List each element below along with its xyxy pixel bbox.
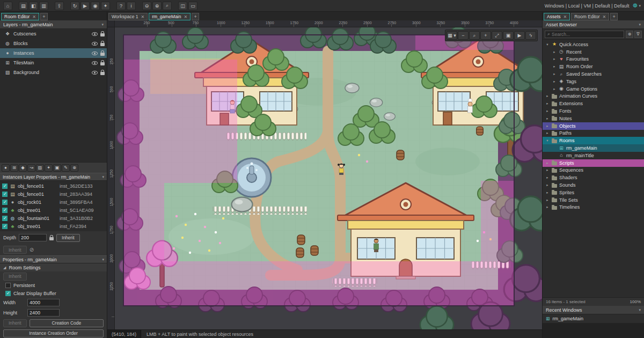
instance-row[interactable]: obj_fence01 inst_362DE133 <box>0 182 107 190</box>
effects-toggle-button[interactable]: ϟ <box>525 31 536 40</box>
delete-layer-button[interactable]: ⊗ <box>70 164 78 172</box>
room-height-input[interactable] <box>27 309 60 317</box>
new-workspace-button[interactable]: + <box>192 13 199 20</box>
instance-checkbox[interactable] <box>2 192 8 197</box>
expander-icon[interactable] <box>552 87 557 91</box>
panel-tab[interactable]: Assets ✕ <box>544 13 570 20</box>
import-project-button[interactable]: ⇪ <box>55 2 64 10</box>
asset-browser-dropdown[interactable]: Asset Browser ▾ <box>543 20 644 29</box>
zoom-reset-button[interactable]: ⌕ <box>163 2 172 10</box>
lock-icon[interactable] <box>49 237 54 240</box>
layer-inherit-button[interactable]: Inherit <box>3 246 27 254</box>
close-icon[interactable]: ✕ <box>32 14 36 19</box>
add-filter-button[interactable]: ⊕ <box>626 31 633 38</box>
layers-dropdown[interactable]: Layers - rm_gameMain ▾ <box>0 20 107 29</box>
creation-code-button[interactable]: Creation Code <box>30 319 104 327</box>
close-icon[interactable]: ✕ <box>564 14 567 19</box>
settings-inherit-button[interactable]: Inherit <box>3 273 27 281</box>
room-inherit-button[interactable]: Inherit <box>3 319 27 327</box>
asset-tree-item[interactable]: Sprites <box>543 189 644 196</box>
grid-options-button[interactable]: ▦ ▾ <box>447 31 457 40</box>
visibility-eye-icon[interactable] <box>92 32 98 36</box>
asset-tree-item[interactable]: Timelines <box>543 204 644 211</box>
asset-tree-item[interactable]: Fonts <box>543 107 644 115</box>
asset-tree-item[interactable]: Extensions <box>543 100 644 107</box>
new-project-button[interactable]: ▤ <box>19 2 28 10</box>
fit-canvas-button[interactable]: ⤢ <box>492 31 502 40</box>
expander-icon[interactable] <box>545 190 550 195</box>
expander-icon[interactable] <box>552 79 557 84</box>
panel-tab[interactable]: Room Editor ✕ <box>571 13 609 20</box>
expander-icon[interactable] <box>545 198 550 202</box>
Blocks-button[interactable]: ◍ Blocks <box>0 39 107 48</box>
expander-icon[interactable] <box>552 64 557 69</box>
asset-tree-item[interactable]: Favourites <box>543 56 644 63</box>
asset-tree-item[interactable]: rm_gameMain <box>543 144 644 152</box>
visibility-eye-icon[interactable] <box>92 71 98 75</box>
new-effect-layer-button[interactable]: ✦ <box>45 164 53 172</box>
instance-row[interactable]: obj_fence01 inst_283AA394 <box>0 190 107 198</box>
target-settings[interactable]: ☸ ▾ <box>633 2 641 9</box>
close-icon[interactable]: ✕ <box>602 14 606 19</box>
asset-tree-item[interactable]: rm_mainTitle <box>543 152 644 159</box>
lock-icon[interactable] <box>100 72 105 75</box>
home-button[interactable]: ⌂ <box>3 2 12 10</box>
close-icon[interactable]: ✕ <box>141 14 144 19</box>
recent-window-item[interactable]: ⊞ rm_gameMain <box>543 314 644 323</box>
run-button[interactable]: ▶ <box>80 2 90 10</box>
zoom-out-button[interactable]: ⊖ <box>142 2 151 10</box>
lock-icon[interactable] <box>100 53 105 56</box>
asset-tree-item[interactable]: Objects <box>543 122 644 130</box>
lock-icon[interactable] <box>100 43 105 46</box>
asset-tree-item[interactable]: Sounds <box>543 181 644 189</box>
instance-checkbox[interactable] <box>2 216 8 221</box>
preview-mode-button[interactable]: ▣ <box>503 31 514 40</box>
new-instance-layer-button[interactable]: ● <box>2 164 10 172</box>
expander-icon[interactable] <box>552 57 557 61</box>
TilesMain-button[interactable]: ⊞ TilesMain <box>0 58 107 68</box>
expander-icon[interactable] <box>545 101 550 106</box>
expander-icon[interactable] <box>545 94 550 98</box>
expander-icon[interactable] <box>545 205 550 209</box>
asset-tree-item[interactable]: Saved Searches <box>543 70 644 78</box>
lock-icon[interactable] <box>100 33 105 36</box>
workspace-tab[interactable]: Workspace 1 ✕ <box>108 13 148 20</box>
asset-tree-item[interactable]: Shaders <box>543 174 644 181</box>
instance-row[interactable]: obj_tree01 inst_FA2394 <box>0 222 107 230</box>
Instances-button[interactable]: ● Instances <box>0 48 107 58</box>
clean-button[interactable]: ↻ <box>70 2 79 10</box>
instances-properties-header[interactable]: Instances Layer Properties - rm_gameMain… <box>0 173 107 181</box>
lock-icon[interactable] <box>100 62 105 65</box>
expander-icon[interactable] <box>545 109 550 113</box>
expander-icon[interactable] <box>545 124 550 128</box>
run-room-button[interactable]: ▶ <box>514 31 525 40</box>
debug-button[interactable]: ◉ <box>91 2 100 10</box>
search-input[interactable] <box>552 32 621 37</box>
expander-icon[interactable] <box>545 42 550 47</box>
room-settings-header[interactable]: ◢ Room Settings <box>0 263 107 271</box>
new-panel-button[interactable]: + <box>610 13 618 20</box>
visibility-eye-icon[interactable] <box>92 61 98 65</box>
new-layer-folder-button[interactable]: ▣ <box>53 164 61 172</box>
instance-checkbox[interactable] <box>2 200 8 205</box>
monitor-button[interactable]: ▭ <box>188 2 197 10</box>
visibility-eye-icon[interactable] <box>92 42 98 46</box>
asset-tree-item[interactable]: Animation Curves <box>543 93 644 100</box>
asset-tree-item[interactable]: Sequences <box>543 167 644 174</box>
instance-checkbox[interactable] <box>2 208 8 213</box>
workspace-tab[interactable]: rm_gameMain ✕ <box>149 13 191 20</box>
new-asset-layer-button[interactable]: ◆ <box>19 164 27 172</box>
persistent-checkbox[interactable] <box>5 283 11 288</box>
new-tile-layer-button[interactable]: ⊞ <box>10 164 18 172</box>
expander-icon[interactable] <box>545 183 550 187</box>
instance-checkbox[interactable] <box>2 183 8 189</box>
depth-input[interactable] <box>19 234 47 241</box>
expander-icon[interactable] <box>545 175 550 180</box>
Background-button[interactable]: ▨ Background <box>0 68 107 77</box>
asset-tree-item[interactable]: Scripts <box>543 159 644 167</box>
close-icon[interactable]: ✕ <box>184 14 187 19</box>
room-canvas[interactable]: ▦ ▾ − ⌕ + ⤢ ▣ ▶ <box>115 27 542 329</box>
tree-zoom-level[interactable]: 100% <box>630 299 641 304</box>
new-tab-button[interactable]: + <box>40 13 48 20</box>
release-notes-button[interactable]: i <box>127 2 136 10</box>
